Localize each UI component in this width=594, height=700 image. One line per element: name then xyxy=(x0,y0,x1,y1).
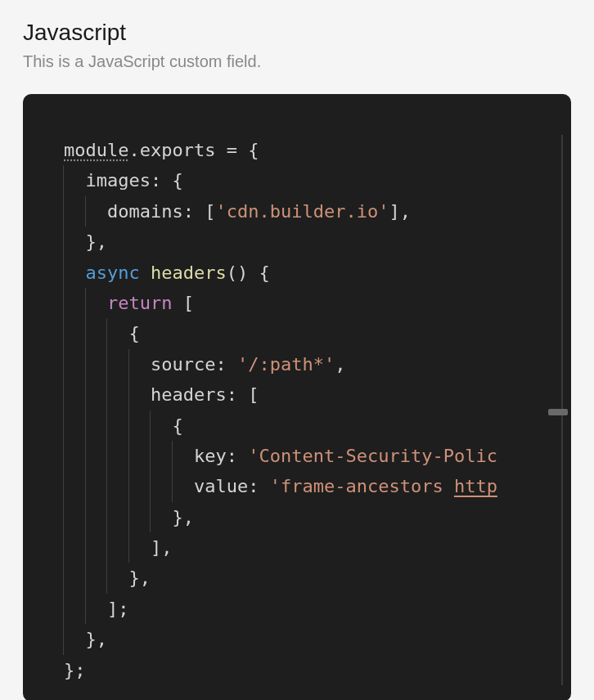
token-comma: , xyxy=(97,629,107,649)
code-line: }, xyxy=(64,563,571,593)
token-async: async xyxy=(86,262,140,283)
token-module: module xyxy=(64,140,128,160)
code-line: module.exports = { xyxy=(64,135,571,165)
token-comma: , xyxy=(161,537,172,558)
token-string: '/:path*' xyxy=(237,354,335,375)
token-colon: : xyxy=(227,446,249,466)
token-colon: : xyxy=(227,384,249,405)
token-rbracket: ] xyxy=(389,201,399,222)
token-lbrace: { xyxy=(259,262,269,283)
minimap-scrollbar[interactable] xyxy=(551,135,563,685)
token-headers-prop: headers xyxy=(151,384,227,405)
token-rbrace: } xyxy=(64,660,74,680)
token-comma: , xyxy=(183,507,194,527)
code-line: ], xyxy=(64,532,571,563)
token-domains: domains xyxy=(107,201,183,222)
token-return: return xyxy=(107,293,172,313)
token-dot: . xyxy=(128,140,139,160)
code-line: { xyxy=(64,318,571,348)
token-comma: , xyxy=(97,231,107,252)
token-images: images xyxy=(86,170,151,191)
code-line: ]; xyxy=(64,594,571,624)
code-line: }, xyxy=(64,502,571,532)
code-line: headers: [ xyxy=(64,379,571,410)
header: Javascript This is a JavaScript custom f… xyxy=(23,20,571,71)
token-string: 'cdn.builder.io' xyxy=(215,201,389,222)
code-line: }, xyxy=(64,624,571,654)
token-colon: : xyxy=(248,476,270,496)
token-lbracket: [ xyxy=(183,293,194,313)
token-comma: , xyxy=(400,201,411,222)
token-http: http xyxy=(454,476,497,496)
token-semi: ; xyxy=(118,599,128,619)
code-line: { xyxy=(64,411,571,441)
code-line: source: '/:path*', xyxy=(64,349,571,379)
page-title: Javascript xyxy=(23,20,571,46)
code-line: images: { xyxy=(64,165,571,195)
scrollbar-handle[interactable] xyxy=(548,409,568,415)
token-lbrace: { xyxy=(248,140,259,160)
token-lbracket: [ xyxy=(248,384,259,405)
token-comma: , xyxy=(335,354,345,375)
token-lbrace: { xyxy=(172,170,182,191)
token-colon: : xyxy=(215,354,237,375)
token-eq: = xyxy=(215,140,248,160)
code-line: }, xyxy=(64,227,571,257)
token-exports: exports xyxy=(140,140,216,160)
token-rbracket: ] xyxy=(151,537,161,558)
code-line: return [ xyxy=(64,288,571,318)
token-value: value xyxy=(194,476,248,496)
token-lbrace: { xyxy=(173,415,183,436)
token-comma: , xyxy=(140,568,151,588)
token-rbrace: } xyxy=(86,629,97,649)
code-line: domains: ['cdn.builder.io'], xyxy=(64,196,571,227)
token-rbrace: } xyxy=(86,231,97,252)
token-lbracket: [ xyxy=(205,201,215,222)
token-source: source xyxy=(151,354,215,375)
token-lbrace: { xyxy=(129,323,140,343)
token-string: 'frame-ancestors xyxy=(270,476,454,496)
code-editor[interactable]: module.exports = { images: { domains: ['… xyxy=(23,94,571,700)
token-colon: : xyxy=(151,170,173,191)
code-line: }; xyxy=(64,655,571,685)
token-rbrace: } xyxy=(129,568,140,588)
token-key: key xyxy=(194,446,227,466)
code-line: async headers() { xyxy=(64,258,571,288)
token-colon: : xyxy=(183,201,205,222)
token-parens: () xyxy=(227,262,249,283)
page-subtitle: This is a JavaScript custom field. xyxy=(23,52,571,71)
code-line: key: 'Content-Security-Polic xyxy=(64,441,571,471)
token-string: 'Content-Security-Polic xyxy=(248,446,497,466)
token-rbracket: ] xyxy=(107,599,118,619)
code-line: value: 'frame-ancestors http xyxy=(64,471,571,501)
token-headers-fn: headers xyxy=(151,262,227,283)
token-rbrace: } xyxy=(173,507,183,527)
token-semi: ; xyxy=(74,660,85,680)
